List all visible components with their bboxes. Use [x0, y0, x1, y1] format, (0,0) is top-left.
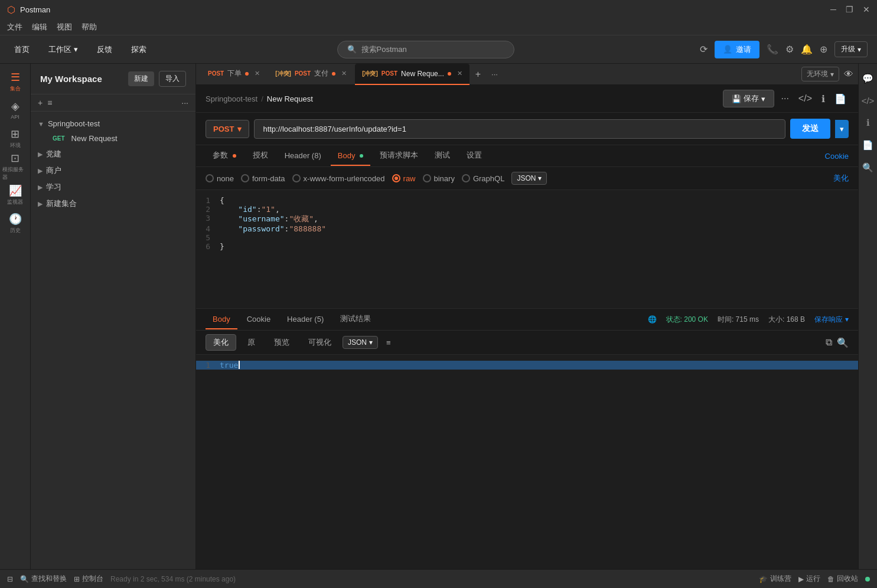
- run-btn[interactable]: ▶ 运行: [798, 574, 820, 584]
- resp-tab-headers[interactable]: Header (5): [280, 310, 331, 329]
- tab-add-button[interactable]: +: [471, 67, 485, 82]
- sidebar-icon-env[interactable]: ⊞ 环境: [2, 125, 28, 151]
- sidebar-icon-monitor[interactable]: 📈 监视器: [2, 182, 28, 208]
- add-collection-icon[interactable]: +: [38, 98, 43, 107]
- env-selector[interactable]: 无环境 ▾: [801, 67, 839, 81]
- right-code-icon[interactable]: </>: [858, 91, 877, 110]
- tab-0[interactable]: POST 下单 ✕: [201, 64, 267, 85]
- maximize-btn[interactable]: ❐: [846, 5, 853, 14]
- radio-urlencoded[interactable]: x-www-form-urlencoded: [292, 174, 385, 183]
- req-tab-auth[interactable]: 授权: [246, 145, 275, 166]
- more-options-btn[interactable]: ···: [779, 91, 791, 106]
- radio-binary[interactable]: binary: [423, 174, 455, 183]
- search-response-icon[interactable]: 🔍: [837, 337, 849, 348]
- right-search-icon[interactable]: 🔍: [859, 158, 877, 178]
- search-input[interactable]: 🔍 搜索Postman: [337, 41, 514, 58]
- eye-icon[interactable]: 👁: [844, 69, 853, 80]
- console-btn[interactable]: ⊞ 控制台: [74, 574, 103, 584]
- req-tab-tests[interactable]: 测试: [428, 145, 457, 166]
- send-dropdown-button[interactable]: ▾: [835, 120, 849, 138]
- invite-button[interactable]: 👤 邀请: [715, 41, 759, 58]
- right-info-icon[interactable]: ℹ: [863, 113, 873, 133]
- bc-collection[interactable]: Springboot-test: [206, 94, 257, 103]
- tab-more-button[interactable]: ···: [487, 67, 503, 81]
- out-tab-raw[interactable]: 原: [240, 334, 263, 351]
- right-docs-icon[interactable]: 📄: [859, 135, 877, 155]
- tree-item-group-3[interactable]: ▶ 学习: [31, 179, 195, 195]
- url-input[interactable]: [254, 119, 785, 139]
- cookie-link[interactable]: Cookie: [825, 152, 849, 161]
- left-panel-header: My Workspace 新建 导入: [31, 64, 195, 94]
- code-icon[interactable]: </>: [796, 91, 814, 106]
- window-controls[interactable]: ─ ❐ ✕: [830, 5, 870, 14]
- beautify-button[interactable]: 美化: [833, 173, 849, 184]
- req-tab-headers[interactable]: Header (8): [278, 146, 328, 166]
- nav-home[interactable]: 首页: [9, 42, 34, 57]
- sidebar-icon-mock[interactable]: ⊡ 模拟服务器: [2, 153, 28, 179]
- radio-graphql[interactable]: GraphQL: [462, 174, 504, 183]
- refresh-icon[interactable]: ⊕: [820, 44, 827, 55]
- upgrade-button[interactable]: 升级 ▾: [834, 41, 868, 57]
- filter-icon[interactable]: ≡: [47, 98, 52, 107]
- info-icon[interactable]: ℹ: [819, 91, 827, 107]
- method-select[interactable]: POST ▾: [206, 120, 249, 138]
- sync-icon[interactable]: ⟳: [700, 44, 708, 55]
- layout-btn[interactable]: ⊟: [7, 575, 13, 583]
- menu-help[interactable]: 帮助: [81, 22, 97, 32]
- tree-item-group-2[interactable]: ▶ 商户: [31, 162, 195, 179]
- import-button[interactable]: 导入: [159, 71, 186, 87]
- out-tab-preview[interactable]: 预览: [266, 334, 297, 351]
- tree-item-new-request[interactable]: GET New Request: [31, 131, 195, 146]
- menu-edit[interactable]: 编辑: [32, 22, 47, 32]
- tab-1[interactable]: [冲突] POST 支付 ✕: [268, 64, 354, 85]
- new-button[interactable]: 新建: [128, 71, 154, 86]
- resp-tab-cookie[interactable]: Cookie: [240, 310, 278, 329]
- tab-2[interactable]: [冲突] POST New Reque... ✕: [355, 64, 470, 85]
- train-btn[interactable]: 🎓 训练营: [759, 574, 791, 584]
- send-button[interactable]: 发送: [790, 119, 830, 139]
- sidebar-icon-collections[interactable]: ☰ 集合: [2, 68, 28, 94]
- bell-icon[interactable]: 🔔: [801, 44, 813, 55]
- sidebar-icon-api[interactable]: ◈ API: [2, 97, 28, 123]
- out-tab-visual[interactable]: 可视化: [301, 334, 339, 351]
- minimize-btn[interactable]: ─: [830, 5, 836, 14]
- radio-none[interactable]: none: [206, 174, 234, 183]
- copy-icon[interactable]: ⧉: [826, 337, 832, 348]
- right-comments-icon[interactable]: 💬: [859, 68, 877, 89]
- req-tab-body[interactable]: Body: [331, 146, 370, 166]
- out-tab-beautify[interactable]: 美化: [206, 334, 236, 351]
- json-type-select[interactable]: JSON ▾: [511, 172, 547, 185]
- resp-tab-tests[interactable]: 测试结果: [333, 309, 378, 330]
- response-json-select[interactable]: JSON ▾: [343, 336, 378, 349]
- req-tab-settings[interactable]: 设置: [459, 145, 489, 166]
- tab-close-0[interactable]: ✕: [255, 70, 260, 77]
- sidebar-icon-history[interactable]: 🕐 历史: [2, 210, 28, 236]
- collection-springboot[interactable]: ▼ Springboot-test: [31, 116, 195, 131]
- find-replace-btn[interactable]: 🔍 查找和替换: [20, 574, 67, 584]
- radio-formdata[interactable]: form-data: [241, 174, 285, 183]
- resp-tab-body[interactable]: Body: [206, 310, 237, 329]
- nav-workbench[interactable]: 工作区 ▾: [44, 42, 83, 57]
- code-editor[interactable]: 1 { 2 "id":"1", 3 "username":"收藏", 4 "pa…: [196, 190, 858, 308]
- save-button[interactable]: 💾 保存 ▾: [723, 90, 774, 107]
- save-response-button[interactable]: 保存响应 ▾: [814, 315, 849, 325]
- tree-item-new-collection[interactable]: ▶ 新建集合: [31, 195, 195, 212]
- menu-view[interactable]: 视图: [57, 22, 72, 32]
- more-options-icon[interactable]: ···: [181, 98, 188, 107]
- menu-file[interactable]: 文件: [7, 22, 22, 32]
- settings-icon[interactable]: ⚙: [785, 44, 794, 55]
- filter-icon[interactable]: ≡: [386, 338, 391, 347]
- tree-item-group-1[interactable]: ▶ 党建: [31, 146, 195, 162]
- tab-close-2[interactable]: ✕: [457, 70, 462, 77]
- nav-explore[interactable]: 探索: [126, 42, 151, 57]
- radio-raw[interactable]: raw: [392, 174, 416, 183]
- collect-btn[interactable]: 🗑 回收站: [827, 574, 858, 584]
- env-icon: ⊞: [11, 128, 19, 141]
- req-tab-prerequest[interactable]: 预请求脚本: [373, 145, 425, 166]
- close-btn[interactable]: ✕: [863, 5, 870, 14]
- req-tab-params[interactable]: 参数: [206, 145, 243, 166]
- nav-feedback[interactable]: 反馈: [92, 42, 117, 57]
- doc-icon[interactable]: 📄: [832, 91, 849, 107]
- tab-close-1[interactable]: ✕: [341, 70, 347, 77]
- phone-icon[interactable]: 📞: [767, 44, 778, 55]
